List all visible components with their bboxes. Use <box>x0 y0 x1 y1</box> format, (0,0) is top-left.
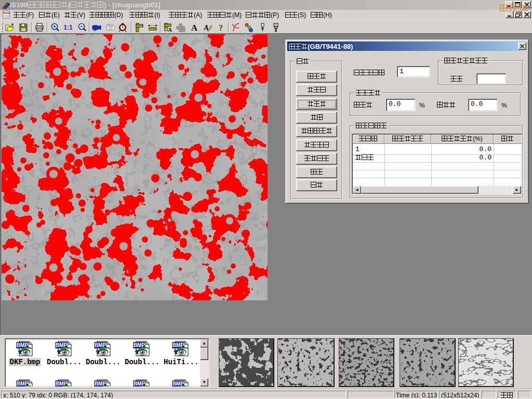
svg-text:DOC: DOC <box>4 11 11 15</box>
svg-text:?: ? <box>219 23 223 32</box>
svg-text:A: A <box>168 26 172 33</box>
svg-text:A: A <box>191 23 198 33</box>
svg-text:1: 1 <box>246 23 248 26</box>
svg-text:3: 3 <box>250 29 252 32</box>
svg-text:1:1: 1:1 <box>63 24 73 31</box>
